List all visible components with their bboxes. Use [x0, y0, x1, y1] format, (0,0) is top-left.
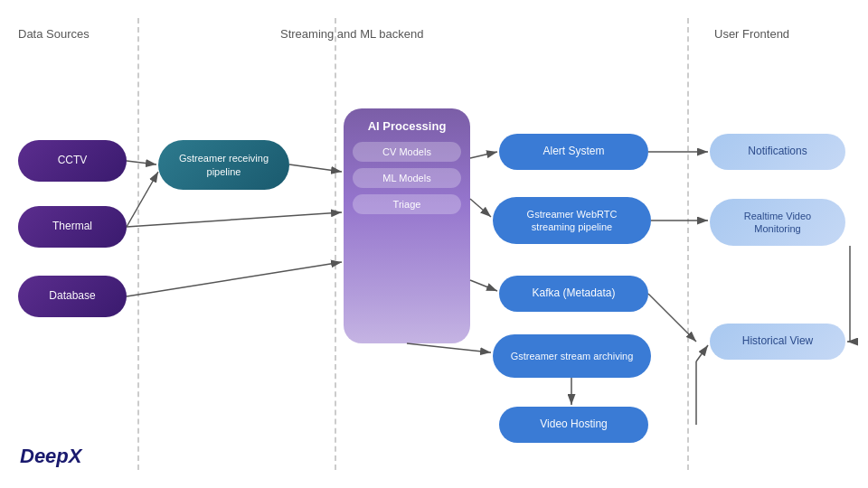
- divider-1: [137, 18, 139, 470]
- svg-line-7: [470, 199, 491, 217]
- svg-line-13: [648, 294, 696, 342]
- video-hosting-node: Video Hosting: [499, 407, 648, 443]
- historical-view-node: Historical View: [710, 324, 845, 360]
- cctv-node: CCTV: [18, 140, 127, 182]
- ai-processing-title: AI Processing: [368, 119, 447, 133]
- gstreamer-webrtc-node: Gstreamer WebRTC streaming pipeline: [493, 197, 651, 244]
- ml-models-node: ML Models: [353, 168, 461, 188]
- triage-node: Triage: [353, 194, 461, 214]
- svg-line-8: [470, 280, 497, 291]
- alert-system-node: Alert System: [499, 134, 648, 170]
- divider-2: [335, 18, 336, 470]
- logo: DeepX: [20, 445, 81, 468]
- diagram: Data Sources Streaming and ML backend Us…: [0, 0, 868, 488]
- kafka-node: Kafka (Metadata): [499, 276, 648, 312]
- svg-line-4: [127, 262, 342, 296]
- database-node: Database: [18, 276, 127, 317]
- svg-line-3: [127, 172, 158, 227]
- svg-line-6: [470, 152, 497, 158]
- streaming-ml-label: Streaming and ML backend: [280, 27, 424, 41]
- cv-models-node: CV Models: [353, 142, 461, 162]
- svg-line-9: [407, 343, 491, 352]
- thermal-node: Thermal: [18, 206, 127, 248]
- divider-3: [687, 18, 689, 470]
- realtime-video-node: Realtime Video Monitoring: [710, 199, 845, 246]
- svg-line-15: [696, 345, 708, 361]
- user-frontend-label: User Frontend: [714, 27, 789, 41]
- svg-line-2: [127, 161, 156, 164]
- gstreamer-archiving-node: Gstreamer stream archiving: [493, 334, 651, 378]
- notifications-node: Notifications: [710, 134, 845, 170]
- ai-processing-box: AI Processing CV Models ML Models Triage: [344, 108, 470, 343]
- gstreamer-receiving-node: Gstreamer receiving pipeline: [158, 140, 289, 190]
- data-sources-label: Data Sources: [18, 27, 90, 41]
- svg-line-18: [127, 212, 342, 227]
